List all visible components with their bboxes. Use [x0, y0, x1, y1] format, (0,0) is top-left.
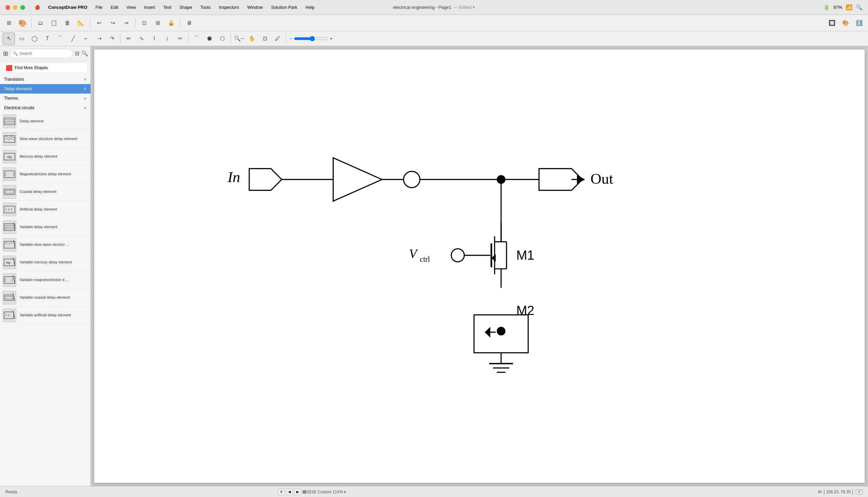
- polyline-tool[interactable]: ⌇: [148, 32, 160, 45]
- toolbar-separator-4: [180, 18, 180, 28]
- list-item[interactable]: Slow wave structure delay element: [0, 130, 90, 148]
- category-electrical-circuits-close[interactable]: ✕: [82, 105, 88, 111]
- crop-tool[interactable]: ✂: [174, 32, 186, 45]
- next-page-button[interactable]: ▶: [294, 488, 301, 495]
- search-input[interactable]: [19, 51, 70, 56]
- list-item[interactable]: Variable slow wave structur ...: [0, 236, 90, 254]
- pause-button[interactable]: ⏸: [278, 488, 285, 495]
- page-grid-icon: ⊞: [856, 489, 863, 494]
- panel-grid-button[interactable]: ⊟: [75, 47, 80, 60]
- text-tool[interactable]: T: [41, 32, 54, 45]
- menu-help[interactable]: Help: [301, 0, 319, 15]
- page-layout-button[interactable]: 📐: [75, 17, 87, 29]
- align-button[interactable]: ⇒: [120, 17, 132, 29]
- connector-tool[interactable]: ⇢: [93, 32, 105, 45]
- menu-solution-park[interactable]: Solution Park: [267, 0, 301, 15]
- polygon-tool[interactable]: ⬡: [216, 32, 229, 45]
- menu-tools[interactable]: Tools: [196, 0, 215, 15]
- menu-app[interactable]: ConceptDraw PRO: [44, 0, 91, 15]
- list-item[interactable]: Variable artificial delay element: [0, 307, 90, 324]
- lock-button[interactable]: 🔒: [165, 17, 177, 29]
- curve-tool[interactable]: ⌒: [190, 32, 203, 45]
- shape-thumb-magnetostrictive: [3, 168, 16, 181]
- menu-apple[interactable]: 🍎: [30, 0, 44, 15]
- dimension-tool[interactable]: ↕: [161, 32, 173, 45]
- menu-text[interactable]: Text: [159, 0, 175, 15]
- canvas[interactable]: In: [94, 49, 865, 483]
- eyedrop-tool[interactable]: 🖊: [272, 32, 284, 45]
- search-icon[interactable]: 🔍: [856, 4, 863, 11]
- group-button[interactable]: ⊡: [138, 17, 150, 29]
- zoom-out-button[interactable]: 🔍−: [233, 32, 245, 45]
- bezier-tool[interactable]: ∿: [135, 32, 147, 45]
- menu-view[interactable]: View: [123, 0, 140, 15]
- smart-line-tool[interactable]: ⌐: [80, 32, 92, 45]
- list-item[interactable]: Coaxial delay element: [0, 183, 90, 201]
- list-item[interactable]: Delay element: [0, 113, 90, 130]
- maximize-button[interactable]: [20, 5, 25, 10]
- ungroup-button[interactable]: ⊞: [152, 17, 164, 29]
- page-dot-2[interactable]: [307, 490, 311, 494]
- fit-tool[interactable]: ⊡: [259, 32, 271, 45]
- menu-window[interactable]: Window: [243, 0, 267, 15]
- info-button[interactable]: ℹ️: [853, 17, 865, 29]
- color-wheel-button[interactable]: 🎨: [16, 17, 28, 29]
- menu-edit[interactable]: Edit: [107, 0, 123, 15]
- panel-list-icon[interactable]: ⊞: [3, 47, 9, 60]
- category-thermo-close[interactable]: ✕: [82, 96, 88, 101]
- category-delay-elements[interactable]: Delay elements ✕: [0, 84, 90, 94]
- svg-line-32: [13, 293, 15, 301]
- find-more-shapes-button[interactable]: 🟥 Find More Shapes: [3, 62, 88, 73]
- panel-search-button[interactable]: 🔍: [81, 47, 88, 60]
- fit-page-button[interactable]: 🖥: [183, 17, 195, 29]
- menu-shape[interactable]: Shape: [175, 0, 196, 15]
- pan-tool[interactable]: ✋: [246, 32, 258, 45]
- prev-page-button[interactable]: ◀: [286, 488, 293, 495]
- zoom-slider[interactable]: [294, 36, 328, 41]
- page-dot-3[interactable]: [312, 490, 316, 494]
- category-electrical-circuits[interactable]: Electrical circuits ✕: [0, 103, 90, 113]
- shape-tool[interactable]: ⬟: [203, 32, 216, 45]
- list-item[interactable]: Artificial delay element: [0, 201, 90, 218]
- category-transistors-label: Transistors: [4, 77, 24, 82]
- grid-view-button[interactable]: ⊞: [3, 17, 15, 29]
- inspector-button[interactable]: 🔲: [826, 17, 838, 29]
- rect-tool[interactable]: ▭: [16, 32, 28, 45]
- duplicate-page-button[interactable]: 📋: [48, 17, 60, 29]
- page-dot-1[interactable]: [302, 490, 307, 494]
- shape-label: Variable delay element: [20, 224, 57, 229]
- menu-file[interactable]: File: [91, 0, 107, 15]
- search-box[interactable]: 🔍: [10, 49, 73, 58]
- svg-marker-38: [249, 169, 282, 190]
- list-item[interactable]: Variable coaxial delay element: [0, 289, 90, 307]
- category-transistors[interactable]: Transistors ✕: [0, 74, 90, 84]
- remove-page-button[interactable]: 🗑: [61, 17, 74, 29]
- canvas-area[interactable]: In: [91, 46, 868, 486]
- category-delay-elements-close[interactable]: ✕: [82, 86, 88, 91]
- add-page-button[interactable]: 🗂: [34, 17, 46, 29]
- menu-inspectors[interactable]: Inspectors: [215, 0, 243, 15]
- redo-button[interactable]: ↪: [106, 17, 119, 29]
- select-tool[interactable]: ↖: [3, 32, 15, 45]
- category-transistors-close[interactable]: ✕: [82, 76, 88, 82]
- list-item[interactable]: Hg Mercury delay element: [0, 148, 90, 166]
- category-thermo[interactable]: Thermo ✕: [0, 94, 90, 103]
- minimize-button[interactable]: [13, 5, 18, 10]
- list-item[interactable]: Magnetostrictive delay element: [0, 166, 90, 183]
- list-item[interactable]: Variable magnetostrictive d ...: [0, 271, 90, 289]
- color-button[interactable]: 🎨: [840, 17, 852, 29]
- undo-button[interactable]: ↩: [93, 17, 105, 29]
- connect-tool[interactable]: ⌒: [54, 32, 67, 45]
- list-item[interactable]: Variable delay element: [0, 218, 90, 236]
- ellipse-tool[interactable]: ◯: [28, 32, 41, 45]
- close-button[interactable]: [5, 5, 10, 10]
- zoom-selector[interactable]: Custom 114% ▾: [317, 489, 345, 494]
- window-controls: [0, 5, 30, 10]
- shape-label: Artificial delay element: [20, 207, 57, 212]
- pen-tool[interactable]: ✏: [123, 32, 134, 45]
- svg-rect-11: [5, 190, 14, 193]
- line-tool[interactable]: ╱: [67, 32, 79, 45]
- arc-tool[interactable]: ↷: [106, 32, 118, 45]
- list-item[interactable]: Hg Variable mercury delay element: [0, 254, 90, 271]
- menu-insert[interactable]: Insert: [140, 0, 159, 15]
